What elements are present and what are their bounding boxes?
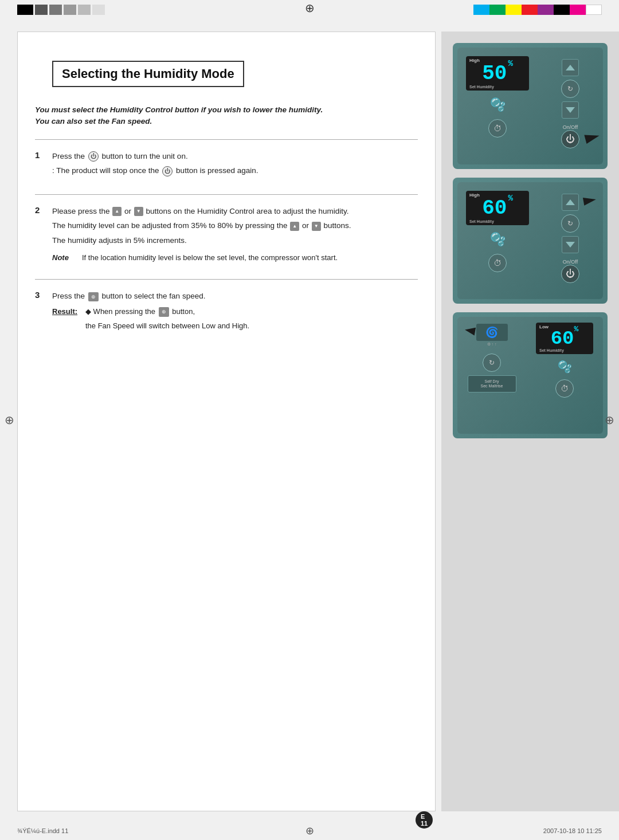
device-inner-2: High 60 % Set Humidity 🫧 ⏱: [457, 182, 603, 299]
high-label-2: High: [469, 193, 480, 198]
set-label-1: Set Humidity: [469, 85, 494, 89]
step-2-main: Please press the or buttons on the Humid…: [52, 205, 418, 218]
steps-container: 1 Press the button to turn the unit on. …: [35, 139, 418, 350]
step-1-content: Press the button to turn the unit on. : …: [52, 150, 418, 179]
power-btn-2: ⏻: [561, 265, 579, 283]
onoff-section-2: On/Off ⏻: [561, 261, 579, 283]
pct-1: %: [508, 59, 512, 68]
device-right-3: Low 60 % Set Humidity 🫧 ⏱: [526, 317, 603, 434]
note-label: Note: [52, 252, 75, 264]
up-triangle-2: [566, 199, 575, 205]
page-number-badge: E11: [416, 811, 433, 829]
intro-text: You must select the Humidity Control but…: [35, 104, 418, 128]
intro-line1: You must select the Humidity Control but…: [35, 104, 418, 116]
reg-mark-bottom: ⊕: [305, 825, 314, 837]
result-line2: the Fan Speed will switch between Low an…: [85, 320, 249, 332]
date-stamp: 2007-10-18 10 11:25: [543, 827, 602, 834]
print-color-bar: [473, 5, 602, 15]
device-right-1: ↻ On/Off ⏻: [538, 48, 603, 164]
onoff-section-1: On/Off ⏻: [561, 127, 579, 148]
down-ctrl-btn-2: [562, 236, 579, 253]
down-arrow-btn: [134, 207, 143, 216]
down-arrow-btn-2: [312, 222, 321, 231]
step-2-number: 2: [35, 205, 45, 265]
device-right-2: ↻ On/Off ⏻: [538, 182, 603, 299]
down-triangle-2: [566, 242, 575, 248]
device-left-2: High 60 % Set Humidity 🫧 ⏱: [457, 182, 538, 299]
self-dry-btn: Self Dry Sec Maîtrise: [468, 375, 516, 392]
step-1-number: 1: [35, 150, 45, 179]
arrow-indicator-3: [464, 326, 475, 336]
humidity-value-3: 60: [551, 328, 574, 350]
pct-3: %: [574, 325, 579, 333]
reg-mark-right: ⊕: [605, 413, 614, 427]
step-1-main: Press the button to turn the unit on.: [52, 150, 418, 163]
fan-label-3: ⚙ ↑ ↑: [476, 342, 508, 347]
step-3-number: 3: [35, 290, 45, 334]
up-arrow-btn-2: [290, 222, 299, 231]
step-3-main: Press the ⊕ button to select the fan spe…: [52, 290, 418, 303]
note-row: Note If the location humidity level is b…: [52, 252, 418, 264]
wash-icon-2: 🫧: [490, 232, 506, 247]
step-3-header: 3 Press the ⊕ button to select the fan s…: [35, 290, 418, 334]
high-label-1: High: [469, 58, 480, 63]
reg-mark-left: ⊕: [5, 413, 14, 427]
onoff-button-icon-2: [162, 166, 173, 176]
step-1: 1 Press the button to turn the unit on. …: [35, 139, 418, 194]
humidity-value-2: 60: [482, 197, 507, 220]
set-label-3: Set Humidity: [539, 348, 564, 352]
device-panel-2: High 60 % Set Humidity 🫧 ⏱: [453, 178, 608, 304]
wash-icon-3: 🫧: [558, 360, 572, 374]
up-ctrl-btn-2: [562, 194, 579, 211]
step-1-sub: : The product will stop once the button …: [52, 164, 418, 177]
page-number: E11: [421, 813, 428, 827]
step-1-header: 1 Press the button to turn the unit on. …: [35, 150, 418, 179]
device-inner-3: 🌀 ⚙ ↑ ↑ ↻ Self Dry Sec Maîtrise Low 60: [457, 317, 603, 434]
page-content: Selecting the Humidity Mode You must sel…: [17, 32, 436, 811]
fan-speed-btn: ⊕: [88, 292, 99, 301]
up-btn-container-2: [562, 194, 579, 211]
step-2-sub1: The humidity level can be adjusted from …: [52, 219, 418, 232]
ctrl-buttons-1: ↻: [561, 59, 579, 119]
step-3: 3 Press the ⊕ button to select the fan s…: [35, 279, 418, 349]
step-2-header: 2 Please press the or buttons on the Hum…: [35, 205, 418, 265]
power-btn-1: ⏻: [561, 130, 579, 148]
onoff-label-1: On/Off: [563, 124, 578, 130]
up-triangle-1: [566, 65, 575, 70]
humidity-display-3: Low 60 % Set Humidity: [536, 323, 593, 354]
fan-speed-btn-2: ⊕: [159, 307, 169, 316]
result-row: Result: ◆ When pressing the ⊕ button, th…: [52, 306, 418, 335]
bottom-bar: ¾ÝÉ¼ú-E.indd 11 ⊕ 2007-10-18 10 11:25: [0, 827, 619, 834]
arrow-indicator-2: [583, 195, 597, 206]
device-panel-3: 🌀 ⚙ ↑ ↑ ↻ Self Dry Sec Maîtrise Low 60: [453, 312, 608, 438]
wash-icon-1: 🫧: [490, 97, 506, 112]
step-3-content: Press the ⊕ button to select the fan spe…: [52, 290, 418, 334]
device-inner-1: High 50 % Set Humidity 🫧 ⏱ ↻: [457, 48, 603, 164]
intro-line2: You can also set the Fan speed.: [35, 116, 418, 127]
step-2-content: Please press the or buttons on the Humid…: [52, 205, 418, 265]
pct-2: %: [508, 194, 512, 203]
self-dry-line1: Self Dry: [485, 379, 499, 384]
down-ctrl-btn-1: [562, 101, 579, 119]
onoff-label-2: On/Off: [563, 259, 578, 265]
result-label: Result:: [52, 306, 81, 318]
power-btn-container-1: ⏻: [561, 130, 579, 148]
timer-btn-2: ⏱: [488, 254, 507, 272]
down-triangle-1: [566, 107, 575, 113]
page-title: Selecting the Humidity Mode: [62, 66, 234, 81]
device-panel-1: High 50 % Set Humidity 🫧 ⏱ ↻: [453, 43, 608, 169]
up-arrow-btn: [112, 207, 122, 216]
ctrl-buttons-2: ↻: [561, 194, 579, 253]
onoff-button-icon: [88, 151, 99, 162]
mode-btn-1: ↻: [561, 80, 579, 98]
up-ctrl-btn-1: [562, 59, 579, 76]
mode-btn-3: ↻: [483, 354, 501, 372]
device-left-3: 🌀 ⚙ ↑ ↑ ↻ Self Dry Sec Maîtrise: [457, 317, 526, 434]
humidity-value-1: 50: [482, 62, 507, 85]
set-label-2: Set Humidity: [469, 219, 494, 223]
step-2: 2 Please press the or buttons on the Hum…: [35, 194, 418, 280]
low-label-3: Low: [539, 324, 549, 329]
registration-mark-top: ⊕: [305, 1, 315, 15]
humidity-display-2: High 60 % Set Humidity: [466, 191, 529, 225]
step-2-sub2: The humidity adjusts in 5% increments.: [52, 234, 418, 247]
